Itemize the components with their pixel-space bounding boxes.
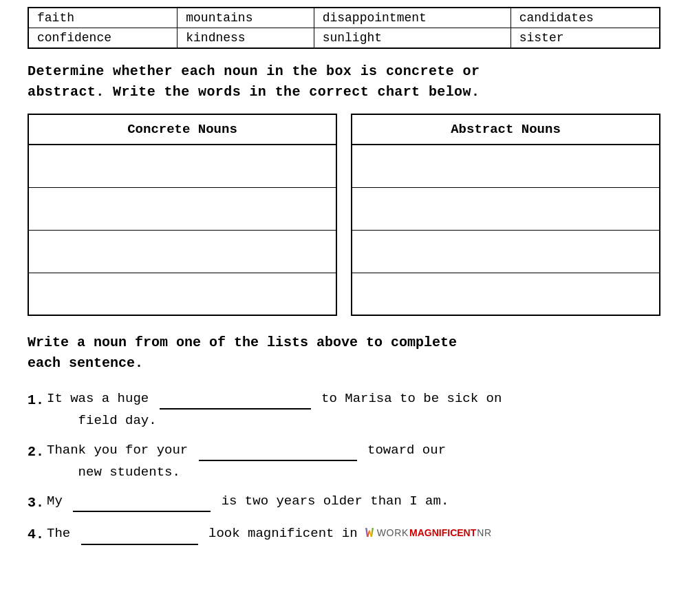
sentence-item-2: 2. Thank you for your toward our new stu… xyxy=(28,439,660,484)
concrete-row-2 xyxy=(28,187,336,230)
sentence-3-after: is two years older than I am. xyxy=(222,493,449,509)
sentence-3-blank[interactable] xyxy=(73,497,211,512)
word-sister: sister xyxy=(510,28,660,49)
word-box: faith mountains disappointment candidate… xyxy=(28,7,660,49)
sentence-1-blank[interactable] xyxy=(160,394,311,410)
sentence-instructions-line2: each sentence. xyxy=(28,355,143,371)
sentence-2-after: toward our xyxy=(367,443,446,458)
abstract-row-1 xyxy=(352,145,660,187)
abstract-cell-1[interactable] xyxy=(352,145,660,187)
sentence-4-after: look magnificent in xyxy=(208,526,358,541)
sentence-item-3: 3. My is two years older than I am. xyxy=(28,490,660,515)
sentence-list: 1. It was a huge to Marisa to be sick on… xyxy=(28,387,660,546)
abstract-nouns-table: Abstract Nouns xyxy=(351,114,660,316)
sentence-number-3: 3. xyxy=(28,490,47,515)
watermark-text: WORK xyxy=(374,525,409,542)
abstract-row-2 xyxy=(352,187,660,230)
concrete-nouns-table: Concrete Nouns xyxy=(28,114,337,316)
sentence-item-4: 4. The look magnificent in W WORK MAGNIF… xyxy=(28,522,660,546)
concrete-row-4 xyxy=(28,273,336,315)
word-confidence: confidence xyxy=(28,28,178,49)
word-box-row-2: confidence kindness sunlight sister xyxy=(28,28,660,49)
instructions-line2: abstract. Write the words in the correct… xyxy=(28,84,480,100)
word-faith: faith xyxy=(28,8,178,28)
instructions: Determine whether each noun in the box i… xyxy=(28,61,660,103)
abstract-cell-3[interactable] xyxy=(352,230,660,273)
sentence-2-before: Thank you for your xyxy=(47,443,188,458)
sentence-instructions-line1: Write a noun from one of the lists above… xyxy=(28,334,457,350)
sentence-1-before: It was a huge xyxy=(47,391,149,406)
sentence-4-before: The xyxy=(47,526,70,541)
sentence-2-blank[interactable] xyxy=(199,446,357,461)
sentence-number-2: 2. xyxy=(28,439,47,464)
sentence-number-1: 1. xyxy=(28,387,47,412)
sentence-text-2: Thank you for your toward our new studen… xyxy=(47,439,660,484)
watermark-brand: MAGNIFICENT xyxy=(409,525,476,542)
abstract-row-3 xyxy=(352,230,660,273)
sentence-2-continuation: new students. xyxy=(78,465,180,480)
page: faith mountains disappointment candidate… xyxy=(0,0,688,566)
word-box-row-1: faith mountains disappointment candidate… xyxy=(28,8,660,28)
sentence-item-1: 1. It was a huge to Marisa to be sick on… xyxy=(28,387,660,432)
sentence-text-4: The look magnificent in W WORK MAGNIFICE… xyxy=(47,522,660,545)
word-mountains: mountains xyxy=(178,8,314,28)
abstract-row-4 xyxy=(352,273,660,315)
watermark-text-2: NR xyxy=(477,525,492,542)
word-candidates: candidates xyxy=(510,8,660,28)
concrete-cell-2[interactable] xyxy=(28,187,336,230)
watermark-overlay: W WORK MAGNIFICENT NR xyxy=(365,522,492,545)
abstract-nouns-header: Abstract Nouns xyxy=(352,114,660,145)
word-disappointment: disappointment xyxy=(314,8,510,28)
concrete-cell-3[interactable] xyxy=(28,230,336,273)
sentence-text-1: It was a huge to Marisa to be sick on fi… xyxy=(47,387,660,432)
sentence-number-4: 4. xyxy=(28,522,47,546)
sentence-1-continuation: field day. xyxy=(78,413,157,428)
concrete-row-3 xyxy=(28,230,336,273)
instructions-line1: Determine whether each noun in the box i… xyxy=(28,63,480,79)
sentence-1-after: to Marisa to be sick on xyxy=(321,391,502,406)
sentence-instructions: Write a noun from one of the lists above… xyxy=(28,332,660,374)
word-sunlight: sunlight xyxy=(314,28,510,49)
abstract-cell-4[interactable] xyxy=(352,273,660,315)
concrete-row-1 xyxy=(28,145,336,187)
w-logo: W xyxy=(365,522,374,545)
sentence-4-blank[interactable] xyxy=(81,530,198,545)
sentence-text-3: My is two years older than I am. xyxy=(47,490,660,512)
concrete-cell-4[interactable] xyxy=(28,273,336,315)
word-kindness: kindness xyxy=(178,28,314,49)
chart-container: Concrete Nouns Abstract Nouns xyxy=(28,114,660,316)
sentence-3-before: My xyxy=(47,493,63,509)
abstract-cell-2[interactable] xyxy=(352,187,660,230)
concrete-cell-1[interactable] xyxy=(28,145,336,187)
concrete-nouns-header: Concrete Nouns xyxy=(28,114,336,145)
